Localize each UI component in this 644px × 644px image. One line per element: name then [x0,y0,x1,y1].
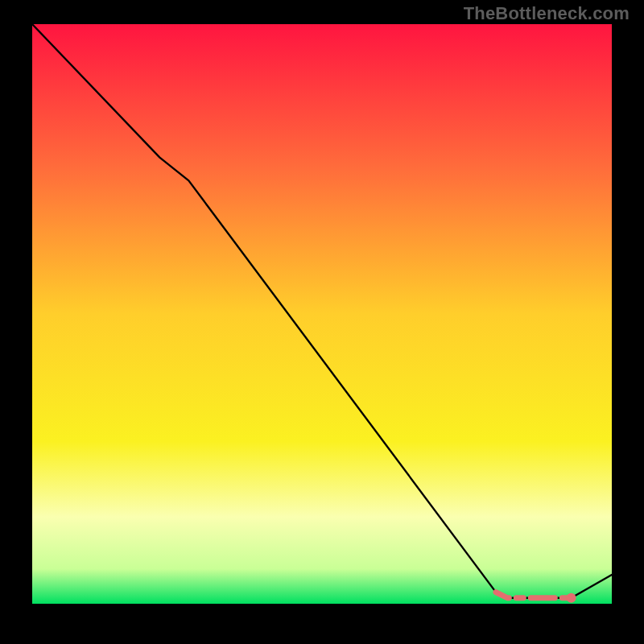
endpoint-dot [567,593,576,603]
chart-canvas [0,0,644,644]
plot-background [32,24,612,604]
chart-frame: { "watermark": "TheBottleneck.com", "cha… [0,0,644,644]
